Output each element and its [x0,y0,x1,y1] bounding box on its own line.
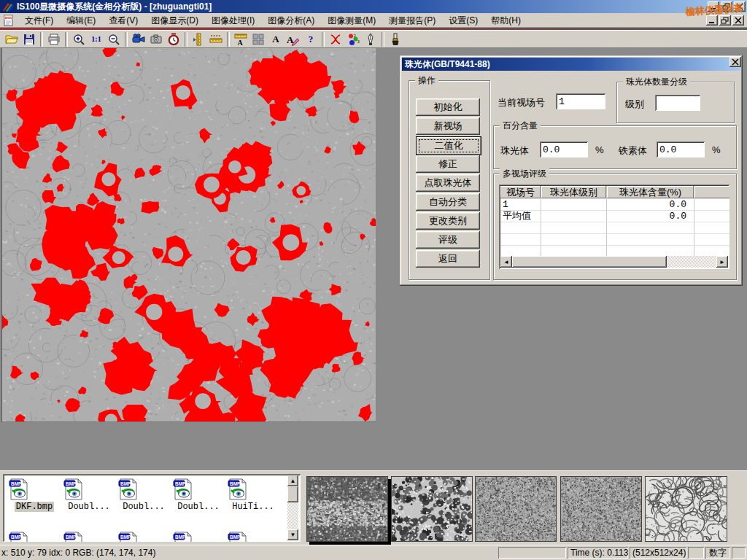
scroll-left-icon[interactable]: ◄ [500,256,512,268]
menu-item-2[interactable]: 编辑(E) [60,14,102,27]
menu-item-10[interactable]: 帮助(H) [484,14,527,27]
thumbnail-1[interactable] [306,476,388,542]
file-item-row2-2[interactable]: BMP [62,531,116,542]
dialog-title-bar[interactable]: 珠光体(GB/T9441-88) [402,58,740,71]
menu-item-8[interactable]: 测量报告(P) [382,14,442,27]
scrollbar-track[interactable] [667,256,716,268]
table-cell [541,199,607,211]
dialog-close-icon[interactable] [729,57,741,67]
caliper-icon[interactable] [190,31,207,47]
current-field-input[interactable] [556,93,605,109]
menu-item-7[interactable]: 图像测量(M) [321,14,382,27]
zoom-out-icon[interactable] [105,31,123,47]
file-name[interactable]: DKF.bmp [15,502,54,512]
menu-item-9[interactable]: 设置(S) [442,14,484,27]
pen-tool[interactable] [362,31,379,47]
table-horizontal-scrollbar[interactable]: ◄ ► [500,256,728,268]
menu-item-5[interactable]: 图像处理(I) [205,14,261,27]
file-name[interactable]: Doubl... [121,502,166,512]
dialog-button-4[interactable]: 修正 [416,155,480,173]
toolbar: 1:1AAA?23 [0,30,747,48]
table-row-2[interactable]: 平均值0.0 [500,211,728,222]
scroll-down-icon[interactable]: ▼ [287,529,298,540]
window-title: IS100显微摄像系统(金相分析版) - [zhuguangti01] [17,1,212,13]
file-scrollbar-thumb[interactable] [287,486,298,502]
metallograph-image[interactable] [1,48,376,422]
annotate-icon[interactable]: A [285,31,302,47]
thumbnail-4[interactable] [560,476,642,542]
file-browser[interactable]: BMPDKF.bmpBMPDoubl...BMPDoubl...BMPDoubl… [3,474,301,542]
print-icon[interactable] [45,31,63,47]
file-name[interactable]: Doubl... [176,502,221,512]
table-row-3[interactable] [500,222,728,234]
save-file-icon[interactable] [20,31,38,47]
ruler-icon[interactable] [207,31,225,47]
brush-tool[interactable] [387,31,404,47]
thumbnail-3[interactable] [475,476,557,542]
curve-tool[interactable] [327,31,344,47]
ferrite-input[interactable] [657,141,705,158]
file-item-row2-1[interactable]: BMP [7,531,61,542]
bmp-file-icon: BMP [62,531,116,542]
table-header-4[interactable]: 铁素体含量(%) [694,186,729,199]
menu-item-4[interactable]: 图像显示(D) [144,14,205,27]
scroll-right-icon[interactable]: ► [716,256,728,268]
open-file-icon[interactable] [3,31,20,47]
classify-icon[interactable]: 23 [344,31,362,47]
table-cell: 1 [500,199,541,211]
dialog-button-5[interactable]: 点取珠光体 [416,174,480,192]
svg-text:BMP: BMP [66,534,77,540]
dialog-button-1[interactable]: 初始化 [416,98,480,116]
file-name[interactable]: HuiTi... [231,502,276,512]
thumbnail-5[interactable] [645,476,727,542]
document-icon[interactable]: DOC [3,15,14,26]
actual-size-icon[interactable]: 1:1 [88,31,105,47]
file-item-2[interactable]: BMPDoubl... [62,478,116,512]
dialog-button-2[interactable]: 新视场 [416,117,480,135]
dialog-button-8[interactable]: 评级 [416,231,480,249]
zoom-in-icon[interactable] [70,31,88,47]
menu-item-1[interactable]: 文件(F) [18,14,60,27]
dialog-button-9[interactable]: 返回 [416,250,480,268]
toolbar-separator [65,32,68,47]
table-header-2[interactable]: 珠光体级别 [541,186,607,199]
table-row-4[interactable] [500,234,728,246]
table-row-1[interactable]: 10.0 [500,199,728,211]
camera-icon[interactable] [147,31,165,47]
menu-item-3[interactable]: 查看(V) [102,14,144,27]
multi-field-table[interactable]: 视场号珠光体级别珠光体含量(%)铁素体含量(%)10.0平均值0.0 ◄ ► [499,184,729,269]
thumbnail-2[interactable] [391,476,473,542]
text-icon[interactable]: A [267,31,285,47]
dialog-button-6[interactable]: 自动分类 [416,193,480,211]
dialog-button-7[interactable]: 更改类别 [416,212,480,230]
scroll-up-icon[interactable]: ▲ [287,475,298,486]
scrollbar-thumb[interactable] [512,256,667,268]
file-item-3[interactable]: BMPDoubl... [117,478,171,512]
table-cell [607,222,694,234]
pearlite-input[interactable] [540,141,588,158]
file-item-row2-4[interactable]: BMP [171,531,225,542]
pattern-icon[interactable] [249,31,267,47]
status-mode: 数字 [705,547,730,559]
file-name[interactable]: Doubl... [66,502,112,512]
menu-item-6[interactable]: 图像分析(A) [261,14,321,27]
application-window: IS100显微摄像系统(金相分析版) - [zhuguangti01] 榆林仪器… [0,0,747,560]
mdi-close-button[interactable] [732,15,744,26]
measure-text-icon[interactable]: A [232,31,249,47]
table-header-1[interactable]: 视场号 [500,186,541,199]
file-item-4[interactable]: BMPDoubl... [171,478,225,512]
file-item-row2-5[interactable]: BMP [226,531,280,542]
file-scrollbar[interactable]: ▲ ▼ [287,475,299,540]
mdi-restore-button[interactable] [719,15,731,26]
current-field-label: 当前视场号 [498,96,545,109]
help-icon[interactable]: ? [302,31,320,47]
table-header-3[interactable]: 珠光体含量(%) [607,186,694,199]
file-item-1[interactable]: BMPDKF.bmp [7,478,61,512]
file-item-5[interactable]: BMPHuiTi... [226,478,280,512]
grade-input[interactable] [655,95,700,111]
video-camera-icon[interactable] [130,31,147,47]
timer-icon[interactable] [165,31,182,47]
dialog-button-3[interactable]: 二值化 [416,136,481,155]
toolbar-separator [227,32,230,47]
file-item-row2-3[interactable]: BMP [117,531,171,542]
